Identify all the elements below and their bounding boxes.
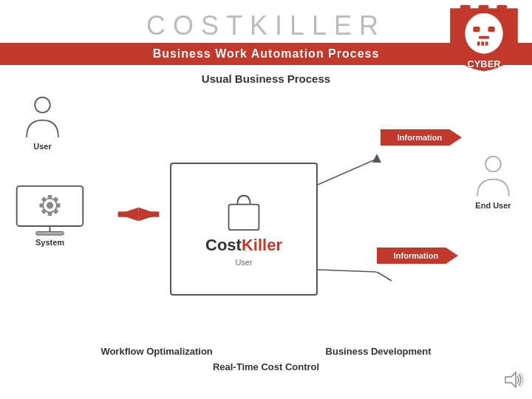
svg-rect-25	[41, 197, 47, 202]
sound-icon[interactable]	[504, 371, 525, 393]
end-user-figure: End User	[473, 155, 514, 210]
svg-text:CYBER: CYBER	[468, 58, 501, 69]
user-figure: User	[22, 96, 63, 151]
svg-rect-4	[477, 41, 480, 46]
svg-marker-12	[372, 154, 381, 163]
user-label: User	[33, 142, 51, 151]
svg-rect-3	[479, 36, 490, 39]
costkiller-box: CostKiller User	[170, 163, 318, 296]
double-arrow-icon	[115, 203, 163, 228]
svg-rect-22	[57, 203, 61, 208]
svg-marker-35	[505, 372, 516, 387]
svg-marker-31	[118, 208, 139, 222]
costkiller-bag-icon	[225, 192, 262, 233]
svg-rect-28	[36, 231, 64, 235]
svg-rect-9	[497, 5, 507, 13]
user-person-icon	[22, 96, 63, 140]
svg-rect-7	[460, 5, 471, 13]
svg-rect-20	[48, 212, 52, 216]
svg-rect-26	[53, 209, 58, 214]
system-box: System	[15, 185, 85, 247]
workflow-label: Workflow Optimalization	[100, 346, 212, 357]
svg-line-11	[318, 159, 377, 185]
end-user-person-icon	[473, 155, 514, 200]
cyber-logo: CYBER	[443, 4, 525, 74]
section-heading: Usual Business Process	[0, 72, 532, 85]
diagram-area: User	[0, 89, 532, 340]
info-top-label: Information	[381, 129, 462, 146]
costkiller-brand-text: CostKiller	[205, 236, 282, 255]
svg-rect-21	[40, 203, 44, 208]
svg-rect-1	[473, 27, 480, 32]
info-bottom-label: Information	[377, 248, 458, 264]
svg-point-18	[47, 202, 53, 208]
svg-point-34	[485, 157, 501, 172]
svg-point-15	[35, 98, 50, 113]
svg-rect-24	[41, 209, 47, 214]
bottom-labels: Workflow Optimalization Business Develop…	[0, 346, 532, 357]
svg-rect-2	[488, 27, 495, 32]
system-label: System	[35, 238, 64, 247]
svg-rect-6	[485, 41, 488, 46]
svg-rect-32	[139, 211, 160, 216]
svg-rect-23	[53, 197, 58, 202]
info-arrow-top: Information	[381, 129, 462, 146]
realtime-label: Real-Time Cost Control	[213, 361, 319, 372]
svg-rect-5	[481, 41, 484, 46]
svg-rect-19	[48, 195, 52, 199]
info-arrow-bottom: Information	[377, 248, 458, 264]
svg-rect-8	[479, 5, 489, 13]
svg-line-13	[318, 270, 377, 272]
svg-point-0	[465, 13, 502, 54]
costkiller-user-label: User	[235, 258, 252, 267]
business-label: Business Development	[326, 346, 432, 357]
system-monitor-icon	[15, 185, 85, 236]
end-user-label: End User	[475, 201, 511, 210]
costkiller-content: CostKiller User	[205, 192, 282, 267]
svg-rect-33	[229, 204, 259, 230]
svg-line-14	[377, 272, 392, 281]
